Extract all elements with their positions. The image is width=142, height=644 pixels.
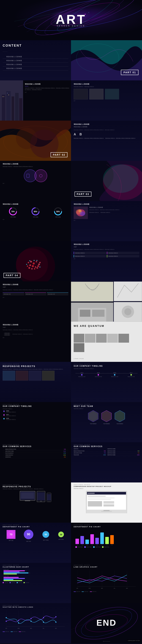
svg-rect-81 <box>92 310 104 317</box>
svg-text:JUL: JUL <box>114 588 115 589</box>
row-7: PART 04 请选在此输入人员的标题 关键字 请选在此输入内容的正文，请选在此… <box>0 241 142 282</box>
svg-rect-95 <box>21 492 34 499</box>
label-b: B <box>80 132 82 136</box>
clustered-bar-section: CLUSTERED BAR CHART <box>3 566 68 568</box>
row-5: 请选在此输入人员的标题 请选在此输入内容的正文，请选在此输入内容的正文请选在此输… <box>0 161 142 201</box>
slide-title-6b: 请选在此输入人员的标题 <box>74 203 139 205</box>
scatter-section: SCATTER WITH SMOOTH LINES <box>3 606 68 608</box>
svg-point-60 <box>38 264 40 265</box>
service-row-4: VIDEOGRAPHY 200$ <box>3 454 68 456</box>
timeline-section2: OUR COMPANY TIMELINE <box>3 405 68 407</box>
slides-container: ART SENBEN DESIGN CONTENT ———— 请选在此输入人员的… <box>0 0 142 643</box>
svg-rect-109 <box>88 496 106 497</box>
svg-point-100 <box>40 500 41 502</box>
svg-point-52 <box>78 210 81 212</box>
svg-text:SEP: SEP <box>126 588 128 589</box>
slide-body-3b: 请选在此输入内容的正文，请选在此输入内容的正文 <box>74 86 139 87</box>
svg-point-12 <box>89 12 89 13</box>
service-row2-6: SERVICE NAME 100$ <box>107 454 139 456</box>
svg-rect-116 <box>101 511 112 512</box>
row-4: PART 02 请选在此输入人员的标题 请选在此输入人员的标题 请选在此输入内容… <box>0 120 142 161</box>
svg-point-33 <box>35 170 47 182</box>
svg-text:50%: 50% <box>56 211 60 212</box>
svg-rect-103 <box>47 494 51 500</box>
svg-point-75 <box>26 264 27 265</box>
slide-9a: 请选在此输入人员的标题 关键字 请选在此输入内容的正文，请选在此输入内容的正文请… <box>0 322 71 362</box>
part02-label: PART 02 <box>51 152 67 157</box>
svg-point-65 <box>27 266 28 267</box>
svg-point-151 <box>43 622 44 623</box>
svg-point-69 <box>36 267 38 269</box>
part01-label: PART 01 <box>121 70 139 75</box>
content-sublabel: ———— <box>3 51 68 52</box>
svg-point-38 <box>103 164 139 193</box>
svg-text:70: 70 <box>9 533 12 536</box>
quantum-text: WE ARE QUANTUM <box>74 324 139 328</box>
slide-part01: PART 01 <box>71 40 142 80</box>
svg-point-68 <box>34 268 35 270</box>
svg-point-145 <box>30 618 32 619</box>
pie-section1: DEPARTMENT PIE CHART <box>3 526 68 528</box>
slide-title-8a: 请选在此输入人员的标题 <box>3 284 68 286</box>
slide-city: 请选在此输入人员的标题 请选在此输入内容的正文，请选在此输入内容的正文请选在此输… <box>0 80 71 120</box>
slide-clustered-bar: ADDITIONAL POINTS CLUSTERED BAR CHART FO… <box>0 563 71 603</box>
svg-point-55 <box>16 248 48 280</box>
svg-rect-110 <box>88 498 115 498</box>
part03-label: PART 03 <box>75 192 91 196</box>
slide-team: ADDITIONAL POINTS MEET OUR TEAM 请选在此输入内容… <box>71 402 142 442</box>
svg-text:JAN: JAN <box>5 628 7 629</box>
timeline-section1: OUR COMPANY TIMELINE <box>74 365 139 367</box>
watermark: 众图网·精品素材·每日更新 <box>127 640 141 642</box>
svg-text:MAY: MAY <box>30 628 32 629</box>
slide-hero: ART SENBEN DESIGN <box>0 0 142 40</box>
slide-timeline2: ADDITIONAL POINTS OUR COMPANY TIMELINE 请… <box>0 402 71 442</box>
content-item-3: 请选在此输入人员的标题 <box>3 62 68 66</box>
svg-rect-111 <box>88 499 111 500</box>
svg-text:MAR: MAR <box>89 588 91 589</box>
svg-point-59 <box>36 261 37 262</box>
team-section: MEET OUR TEAM <box>74 405 139 407</box>
svg-point-58 <box>33 262 35 264</box>
svg-text:30: 30 <box>60 534 62 536</box>
slide-services2: ADDITIONAL POINTS OUR COMMON SERVICES SE… <box>71 442 142 482</box>
svg-point-74 <box>39 266 40 268</box>
svg-point-148 <box>6 617 7 618</box>
content-label: CONTENT <box>3 44 68 48</box>
slide-services1: ADDITIONAL POINTS OUR COMMON SERVICES ME… <box>0 442 71 482</box>
service-row-3: PHOTOGRAPHY 175$ <box>3 452 68 454</box>
slide-timeline1: ADDITIONAL POINTS OUR COMPANY TIMELINE 请… <box>71 362 142 402</box>
svg-point-150 <box>30 621 32 622</box>
end-title: END <box>96 618 117 628</box>
svg-rect-112 <box>88 501 102 506</box>
svg-text:50: 50 <box>45 533 47 536</box>
content-item-1: 请选在此输入人员的标题 <box>3 55 68 59</box>
svg-text:90: 90 <box>27 533 30 536</box>
slide-4b: 请选在此输入人员的标题 请选在此输入人员的标题 请选在此输入内容的正文，请选在此… <box>71 120 142 161</box>
service-row2-5: SERVICE NAME 75$ <box>107 452 139 454</box>
svg-point-66 <box>39 262 41 263</box>
svg-point-71 <box>29 260 30 261</box>
svg-rect-80 <box>80 310 91 317</box>
hero-subtitle: SENBEN DESIGN <box>57 25 85 27</box>
svg-point-70 <box>31 268 33 270</box>
service-row-1: MEDIA PRODUCTION 50$ <box>3 448 68 450</box>
svg-point-63 <box>35 266 36 268</box>
content-item-2: 请选在此输入人员的标题 <box>3 59 68 62</box>
row-13: ADDITIONAL POINTS RESPONSIVE PROJECTS 请选… <box>0 482 142 523</box>
svg-rect-77 <box>71 282 113 301</box>
services-section1: OUR COMMON SERVICES <box>3 446 68 448</box>
art-label-3b: ART <box>74 100 139 102</box>
slide-7a: PART 04 <box>0 241 71 282</box>
row-8: 请选在此输入人员的标题 关键字 请选在此输入内容的正文，请选在此输入内容的正文请… <box>0 282 142 322</box>
svg-point-64 <box>37 265 39 267</box>
slide-6b: 请选在此输入人员的标题 请选在此输入人员的标题 <box>71 201 142 241</box>
desktop-mockup-section: COMPARISSON DESKTOP PROJECT MOCKUP <box>74 486 139 487</box>
svg-point-85 <box>125 308 132 315</box>
service-row-2: ARCHITECTURE 125$ <box>3 450 68 452</box>
slide-sub-4b: 请选在此输入人员的标题 <box>74 126 139 128</box>
part04-label: PART 04 <box>3 273 20 278</box>
svg-rect-115 <box>104 510 110 511</box>
svg-point-61 <box>29 264 31 266</box>
svg-point-67 <box>28 267 30 269</box>
slide-3b: 请选在此输入人员的标题 请选在此输入内容的正文，请选在此输入内容的正文 ART <box>71 80 142 120</box>
